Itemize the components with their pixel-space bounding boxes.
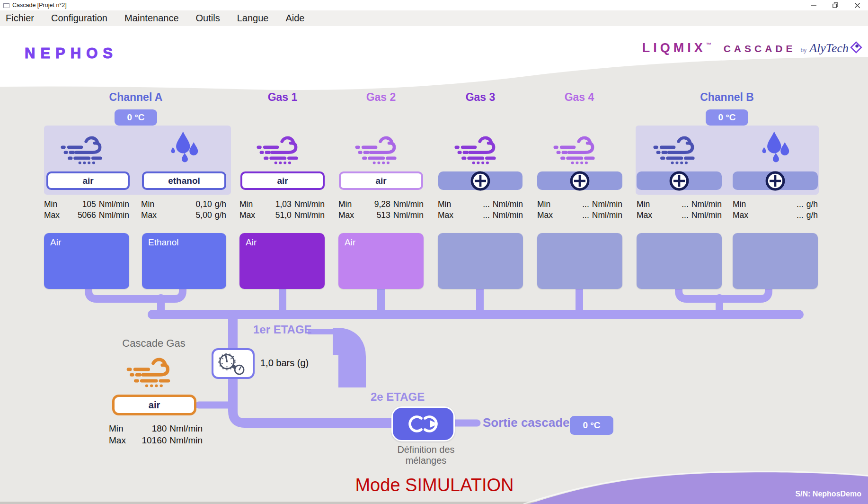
gas-box-gas-3 bbox=[438, 233, 523, 289]
wind-icon bbox=[124, 351, 184, 389]
serial-number: S/N: NephosDemo bbox=[795, 490, 861, 498]
liquid-box-channel-b bbox=[733, 233, 818, 289]
mixer-loops-icon bbox=[399, 411, 447, 437]
gas-box-gas-4 bbox=[537, 233, 622, 289]
pressure-value: 1,0 bars (g) bbox=[260, 358, 309, 369]
cascade-gas-select-button[interactable]: air bbox=[112, 395, 196, 415]
mixture-definition-caption: Définition des mélanges bbox=[379, 444, 473, 466]
minmax-cascade-gas: Min180Nml/min Max10160Nml/min bbox=[109, 423, 203, 446]
output-temp-badge[interactable]: 0 °C bbox=[570, 416, 613, 435]
cascade-gas-title: Cascade Gas bbox=[106, 337, 201, 350]
cascade-output-label: Sortie cascade bbox=[483, 415, 570, 430]
simulation-mode-banner: Mode SIMULATION bbox=[354, 475, 515, 495]
stage-2-label: 2e ETAGE bbox=[371, 390, 425, 404]
gas-box-gas-2: Air bbox=[338, 233, 424, 289]
pressure-gauge-button[interactable] bbox=[212, 348, 255, 379]
gas-box-label: Air bbox=[246, 237, 257, 247]
gas-box-label: Ethanol bbox=[148, 237, 178, 247]
liquid-box-channel-a: Ethanol bbox=[142, 233, 226, 289]
window-bottom-edge bbox=[0, 502, 868, 504]
gas-box-channel-a: Air bbox=[44, 233, 129, 289]
stage-1-label: 1er ETAGE bbox=[253, 323, 312, 336]
gas-box-label: Air bbox=[50, 237, 61, 247]
mixture-definition-button[interactable] bbox=[391, 406, 455, 441]
gauge-icon bbox=[215, 351, 252, 377]
cascade-app-window: Cascade [Projet n°2] Fichier Configurati… bbox=[0, 0, 868, 504]
gas-box-gas-1: Air bbox=[239, 233, 325, 289]
gas-box-channel-b bbox=[637, 233, 722, 289]
gas-box-label: Air bbox=[345, 237, 355, 247]
